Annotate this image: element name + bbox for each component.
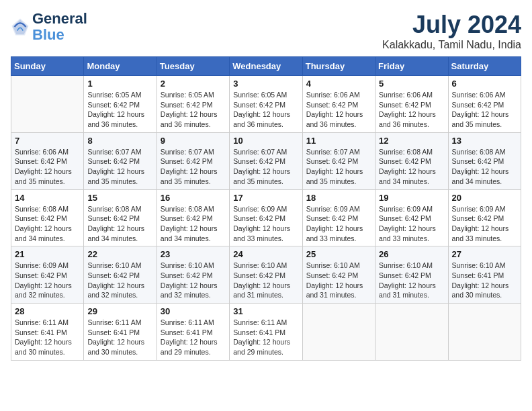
- day-info: Sunrise: 6:11 AMSunset: 6:41 PMDaylight:…: [233, 318, 298, 357]
- sunset-text: Sunset: 6:42 PM: [15, 214, 67, 222]
- calendar-cell: 1Sunrise: 6:05 AMSunset: 6:42 PMDaylight…: [84, 76, 157, 133]
- daylight-text: Daylight: 12 hours and 31 minutes.: [306, 281, 363, 300]
- sunrise-text: Sunrise: 6:08 AM: [379, 148, 433, 156]
- calendar-week-row: 14Sunrise: 6:08 AMSunset: 6:42 PMDayligh…: [11, 189, 521, 246]
- daylight-text: Daylight: 12 hours and 30 minutes.: [87, 338, 144, 356]
- calendar-cell: 24Sunrise: 6:10 AMSunset: 6:42 PMDayligh…: [230, 246, 302, 304]
- calendar-cell: 20Sunrise: 6:09 AMSunset: 6:42 PMDayligh…: [448, 189, 521, 246]
- day-info: Sunrise: 6:10 AMSunset: 6:42 PMDaylight:…: [379, 261, 444, 300]
- sunrise-text: Sunrise: 6:08 AM: [161, 205, 214, 213]
- day-info: Sunrise: 6:05 AMSunset: 6:42 PMDaylight:…: [233, 90, 298, 130]
- sunset-text: Sunset: 6:42 PM: [233, 157, 285, 165]
- daylight-text: Daylight: 12 hours and 35 minutes.: [233, 167, 290, 185]
- sunrise-text: Sunrise: 6:11 AM: [15, 318, 69, 326]
- day-info: Sunrise: 6:09 AMSunset: 6:42 PMDaylight:…: [233, 204, 298, 244]
- calendar-cell: 21Sunrise: 6:09 AMSunset: 6:42 PMDayligh…: [11, 246, 84, 304]
- month-title: July 2024: [382, 11, 521, 39]
- weekday-header: Saturday: [448, 57, 521, 76]
- day-number: 30: [161, 306, 226, 316]
- sunrise-text: Sunrise: 6:09 AM: [306, 205, 360, 213]
- day-info: Sunrise: 6:10 AMSunset: 6:42 PMDaylight:…: [306, 261, 371, 300]
- sunset-text: Sunset: 6:42 PM: [161, 214, 213, 222]
- daylight-text: Daylight: 12 hours and 34 minutes.: [379, 167, 436, 185]
- calendar-cell: 31Sunrise: 6:11 AMSunset: 6:41 PMDayligh…: [230, 304, 302, 361]
- day-info: Sunrise: 6:06 AMSunset: 6:42 PMDaylight:…: [452, 90, 517, 130]
- calendar-cell: 10Sunrise: 6:07 AMSunset: 6:42 PMDayligh…: [230, 132, 302, 189]
- sunrise-text: Sunrise: 6:09 AM: [233, 205, 287, 213]
- sunrise-text: Sunrise: 6:11 AM: [161, 318, 214, 326]
- sunset-text: Sunset: 6:41 PM: [233, 328, 285, 336]
- calendar-cell: 19Sunrise: 6:09 AMSunset: 6:42 PMDayligh…: [375, 189, 448, 246]
- calendar-cell: 8Sunrise: 6:07 AMSunset: 6:42 PMDaylight…: [84, 132, 157, 189]
- calendar-cell: [448, 304, 521, 361]
- sunrise-text: Sunrise: 6:11 AM: [233, 318, 287, 326]
- calendar-cell: [11, 76, 84, 133]
- day-info: Sunrise: 6:05 AMSunset: 6:42 PMDaylight:…: [87, 90, 152, 130]
- calendar-cell: 2Sunrise: 6:05 AMSunset: 6:42 PMDaylight…: [157, 76, 229, 133]
- day-info: Sunrise: 6:06 AMSunset: 6:42 PMDaylight:…: [379, 90, 444, 130]
- day-number: 21: [15, 249, 80, 259]
- day-number: 25: [306, 249, 371, 259]
- day-info: Sunrise: 6:07 AMSunset: 6:42 PMDaylight:…: [233, 147, 298, 187]
- sunset-text: Sunset: 6:42 PM: [15, 157, 67, 165]
- sunrise-text: Sunrise: 6:09 AM: [379, 205, 433, 213]
- day-number: 19: [379, 193, 444, 203]
- day-info: Sunrise: 6:06 AMSunset: 6:42 PMDaylight:…: [15, 147, 80, 187]
- day-number: 7: [15, 136, 80, 146]
- day-info: Sunrise: 6:11 AMSunset: 6:41 PMDaylight:…: [161, 318, 226, 357]
- sunrise-text: Sunrise: 6:07 AM: [161, 148, 214, 156]
- weekday-header: Friday: [375, 57, 448, 76]
- sunset-text: Sunset: 6:42 PM: [233, 101, 285, 109]
- sunrise-text: Sunrise: 6:10 AM: [452, 261, 506, 269]
- day-number: 28: [15, 306, 80, 316]
- logo: General Blue: [11, 11, 87, 43]
- calendar-cell: 9Sunrise: 6:07 AMSunset: 6:42 PMDaylight…: [157, 132, 229, 189]
- day-info: Sunrise: 6:05 AMSunset: 6:42 PMDaylight:…: [161, 90, 226, 130]
- daylight-text: Daylight: 12 hours and 32 minutes.: [161, 281, 218, 300]
- day-number: 3: [233, 79, 298, 89]
- calendar-cell: [375, 304, 448, 361]
- sunset-text: Sunset: 6:42 PM: [161, 271, 213, 279]
- day-number: 16: [161, 193, 226, 203]
- day-number: 14: [15, 193, 80, 203]
- day-number: 6: [452, 79, 517, 89]
- sunset-text: Sunset: 6:41 PM: [452, 271, 504, 279]
- sunrise-text: Sunrise: 6:06 AM: [306, 91, 360, 99]
- daylight-text: Daylight: 12 hours and 30 minutes.: [452, 281, 509, 300]
- calendar-cell: 5Sunrise: 6:06 AMSunset: 6:42 PMDaylight…: [375, 76, 448, 133]
- sunset-text: Sunset: 6:42 PM: [379, 214, 431, 222]
- day-info: Sunrise: 6:10 AMSunset: 6:41 PMDaylight:…: [452, 261, 517, 300]
- daylight-text: Daylight: 12 hours and 36 minutes.: [87, 110, 144, 128]
- calendar-cell: 11Sunrise: 6:07 AMSunset: 6:42 PMDayligh…: [302, 132, 375, 189]
- day-number: 13: [452, 136, 517, 146]
- day-number: 22: [87, 249, 152, 259]
- sunrise-text: Sunrise: 6:08 AM: [87, 205, 141, 213]
- day-info: Sunrise: 6:09 AMSunset: 6:42 PMDaylight:…: [15, 261, 80, 300]
- day-number: 8: [87, 136, 152, 146]
- day-info: Sunrise: 6:09 AMSunset: 6:42 PMDaylight:…: [452, 204, 517, 244]
- sunset-text: Sunset: 6:42 PM: [306, 214, 359, 222]
- calendar-cell: 23Sunrise: 6:10 AMSunset: 6:42 PMDayligh…: [157, 246, 229, 304]
- daylight-text: Daylight: 12 hours and 35 minutes.: [161, 167, 218, 185]
- sunrise-text: Sunrise: 6:06 AM: [15, 148, 69, 156]
- daylight-text: Daylight: 12 hours and 31 minutes.: [233, 281, 290, 300]
- weekday-header: Tuesday: [157, 57, 229, 76]
- calendar-cell: 29Sunrise: 6:11 AMSunset: 6:41 PMDayligh…: [84, 304, 157, 361]
- sunset-text: Sunset: 6:42 PM: [306, 157, 359, 165]
- sunset-text: Sunset: 6:42 PM: [452, 214, 504, 222]
- calendar-cell: 14Sunrise: 6:08 AMSunset: 6:42 PMDayligh…: [11, 189, 84, 246]
- daylight-text: Daylight: 12 hours and 32 minutes.: [15, 281, 72, 300]
- daylight-text: Daylight: 12 hours and 29 minutes.: [233, 338, 290, 356]
- day-number: 10: [233, 136, 298, 146]
- sunset-text: Sunset: 6:42 PM: [15, 271, 67, 279]
- calendar-cell: 4Sunrise: 6:06 AMSunset: 6:42 PMDaylight…: [302, 76, 375, 133]
- day-number: 20: [452, 193, 517, 203]
- day-info: Sunrise: 6:10 AMSunset: 6:42 PMDaylight:…: [87, 261, 152, 300]
- sunset-text: Sunset: 6:42 PM: [379, 271, 431, 279]
- sunset-text: Sunset: 6:42 PM: [306, 271, 359, 279]
- day-number: 24: [233, 249, 298, 259]
- daylight-text: Daylight: 12 hours and 34 minutes.: [15, 224, 72, 242]
- sunrise-text: Sunrise: 6:08 AM: [452, 148, 506, 156]
- daylight-text: Daylight: 12 hours and 33 minutes.: [379, 224, 436, 242]
- calendar-cell: 15Sunrise: 6:08 AMSunset: 6:42 PMDayligh…: [84, 189, 157, 246]
